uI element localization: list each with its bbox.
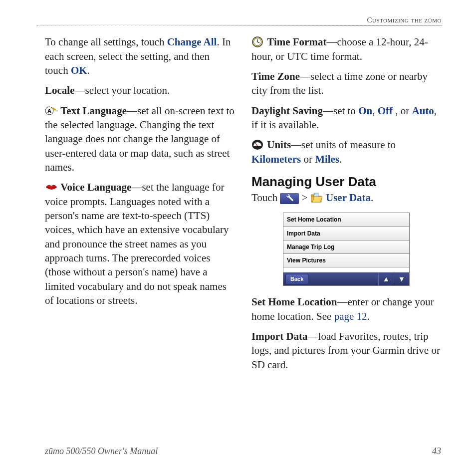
text: . xyxy=(339,153,342,165)
touch-instructions: Touch > User Data. xyxy=(251,191,441,205)
text-language-label: Text Language xyxy=(60,105,127,117)
back-button[interactable]: Back xyxy=(285,274,308,284)
managing-user-data-heading: Managing User Data xyxy=(251,173,441,191)
spacer xyxy=(283,267,409,272)
text: —select your location. xyxy=(74,84,170,96)
left-column: To change all settings, touch Change All… xyxy=(45,35,235,378)
page-12-link[interactable]: page 12 xyxy=(334,310,367,322)
time-zone-label: Time Zone xyxy=(251,70,300,82)
footer-title: zūmo 500/550 Owner's Manual xyxy=(45,445,158,457)
text: . xyxy=(367,310,370,322)
import-data-label: Import Data xyxy=(251,330,308,342)
user-data-link[interactable]: User Data xyxy=(326,192,371,204)
text: , or xyxy=(393,105,412,117)
miles-link[interactable]: Miles xyxy=(315,153,339,165)
text: . xyxy=(87,64,90,76)
menu-item-view-pictures[interactable]: View Pictures xyxy=(283,254,409,267)
voice-language-label: Voice Language xyxy=(60,181,131,193)
locale-paragraph: Locale—select your location. xyxy=(45,83,235,97)
change-all-link[interactable]: Change All xyxy=(167,36,217,48)
device-screenshot: Set Home Location Import Data Manage Tri… xyxy=(283,213,410,286)
page-footer: zūmo 500/550 Owner's Manual 43 xyxy=(45,445,441,457)
daylight-label: Daylight Saving xyxy=(251,105,323,117)
menu-item-manage-trip-log[interactable]: Manage Trip Log xyxy=(283,240,409,254)
device-bottom-bar: Back ▲ ▼ xyxy=(283,272,409,285)
folder-icon xyxy=(310,192,323,203)
wrench-button-icon xyxy=(280,193,299,204)
arrow-up-button[interactable]: ▲ xyxy=(378,272,394,285)
clock-icon xyxy=(251,36,264,47)
arrow-down-button[interactable]: ▼ xyxy=(394,272,409,285)
text: or xyxy=(301,153,315,165)
menu-item-import-data[interactable]: Import Data xyxy=(283,227,409,240)
page-number: 43 xyxy=(432,445,441,457)
gauge-icon xyxy=(251,139,264,150)
text: —set the language for voice prompts. Lan… xyxy=(45,181,229,306)
import-data-paragraph: Import Data—load Favorites, routes, trip… xyxy=(251,329,441,372)
off-link[interactable]: Off xyxy=(378,105,393,117)
page-header: Customizing the zūmo xyxy=(37,15,442,26)
text: Touch xyxy=(251,192,280,204)
text: —set to xyxy=(323,105,358,117)
units-label: Units xyxy=(267,139,291,151)
daylight-paragraph: Daylight Saving—set to On, Off , or Auto… xyxy=(251,104,441,132)
set-home-paragraph: Set Home Location—enter or change your h… xyxy=(251,295,441,323)
text-language-icon xyxy=(45,105,58,116)
set-home-label: Set Home Location xyxy=(251,296,337,308)
time-format-paragraph: Time Format—choose a 12-hour, 24-hour, o… xyxy=(251,35,441,63)
text: . xyxy=(371,192,373,204)
auto-link[interactable]: Auto xyxy=(412,105,434,117)
intro-paragraph: To change all settings, touch Change All… xyxy=(45,35,235,77)
on-link[interactable]: On xyxy=(358,105,372,117)
kilometers-link[interactable]: Kilometers xyxy=(251,153,301,165)
text: , xyxy=(372,105,378,117)
time-zone-paragraph: Time Zone—select a time zone or nearby c… xyxy=(251,69,441,98)
locale-label: Locale xyxy=(45,84,74,96)
arrow-group: ▲ ▼ xyxy=(378,272,409,285)
menu-item-set-home[interactable]: Set Home Location xyxy=(283,213,409,227)
units-paragraph: Units—set units of measure to Kilometers… xyxy=(251,138,441,166)
right-column: Time Format—choose a 12-hour, 24-hour, o… xyxy=(251,35,441,378)
ok-link[interactable]: OK xyxy=(71,64,87,76)
text: To change all settings, touch xyxy=(45,36,167,48)
content-columns: To change all settings, touch Change All… xyxy=(45,35,441,378)
voice-language-icon xyxy=(45,182,58,193)
text-language-paragraph: Text Language—set all on-screen text to … xyxy=(45,104,235,175)
text: —set units of measure to xyxy=(291,139,396,151)
time-format-label: Time Format xyxy=(267,36,326,48)
voice-language-paragraph: Voice Language—set the language for voic… xyxy=(45,180,235,307)
text: > xyxy=(299,192,310,204)
